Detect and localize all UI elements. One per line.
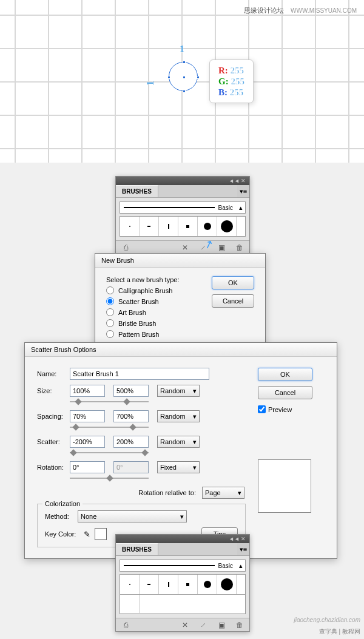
grid-cell: [15, 115, 49, 149]
brush-swatch[interactable]: [120, 575, 140, 594]
rotation-slider[interactable]: [70, 476, 149, 481]
panel-menu-icon[interactable]: ▾≡: [237, 185, 249, 197]
scatter-max-input[interactable]: [113, 436, 149, 448]
scroll-icon[interactable]: ▴: [237, 204, 245, 212]
grid-cell: [15, 49, 49, 82]
grid-cell: [115, 149, 149, 163]
cancel-button[interactable]: Cancel: [258, 386, 312, 399]
brush-swatch[interactable]: [178, 575, 198, 594]
library-icon[interactable]: ⎙: [121, 243, 130, 252]
rotation-mode-select[interactable]: Fixed▾: [157, 461, 200, 473]
grid-cell: [82, 0, 115, 15]
remove-stroke-icon[interactable]: ✕: [180, 243, 190, 252]
grid-cell: [282, 15, 315, 49]
scatter-min-input[interactable]: [70, 436, 105, 448]
brush-swatch[interactable]: [120, 217, 140, 236]
size-slider[interactable]: [70, 399, 149, 404]
rotation-max-input: [113, 461, 149, 473]
radio-pattern[interactable]: [106, 330, 114, 338]
brush-swatch[interactable]: [198, 575, 217, 594]
basic-label: Basic: [218, 205, 233, 211]
scatter-slider[interactable]: [70, 450, 149, 455]
radio-calligraphic[interactable]: [106, 286, 114, 294]
panel-body: Basic ▴: [116, 198, 249, 240]
method-select[interactable]: None▾: [78, 510, 187, 522]
brush-swatch[interactable]: [159, 217, 178, 236]
panel-menu-icon[interactable]: ▾≡: [237, 543, 249, 555]
basic-brush-row[interactable]: Basic ▴: [120, 560, 246, 572]
ok-button[interactable]: OK: [258, 368, 312, 381]
panel-body: Basic ▴: [116, 556, 249, 618]
anchor-point[interactable]: [197, 76, 200, 79]
ok-button[interactable]: OK: [212, 276, 254, 289]
grid-cell: [315, 49, 349, 82]
name-input[interactable]: [70, 368, 209, 380]
new-scatter-swatch[interactable]: [120, 595, 140, 614]
spacing-max-input[interactable]: [113, 410, 149, 422]
tab-brushes[interactable]: BRUSHES: [116, 543, 158, 555]
grid-cell: [82, 82, 115, 115]
grid-cell: [282, 149, 315, 163]
grid-cell: [349, 115, 364, 149]
size-max-input[interactable]: [113, 385, 149, 397]
grid-cell: [149, 149, 182, 163]
preview-checkbox[interactable]: [258, 405, 266, 413]
radio-art[interactable]: [106, 308, 114, 316]
new-brush-icon[interactable]: ▣: [217, 243, 226, 252]
spacing-min-input[interactable]: [70, 410, 105, 422]
brushes-panel-1: ◄◄ ✕ BRUSHES ▾≡ Basic ▴ ⎙ ✕ ⟋ ▣ 🗑 ↗: [115, 176, 250, 254]
size-min-input[interactable]: [70, 385, 105, 397]
cancel-button[interactable]: Cancel: [212, 294, 254, 308]
radio-bristle[interactable]: [106, 319, 114, 327]
library-icon[interactable]: ⎙: [121, 620, 130, 630]
rotation-min-input[interactable]: [70, 461, 105, 473]
close-icon[interactable]: ✕: [240, 178, 247, 184]
grid-cell: [49, 0, 82, 15]
trash-icon[interactable]: 🗑: [235, 243, 244, 252]
new-brush-icon[interactable]: ▣: [217, 620, 226, 630]
radio-label: Calligraphic Brush: [118, 287, 172, 294]
spacing-mode-select[interactable]: Random▾: [157, 410, 200, 422]
collapse-icon[interactable]: ◄◄: [231, 536, 238, 542]
grid-cell: [15, 0, 49, 15]
eyedropper-icon[interactable]: ✎: [84, 530, 95, 539]
selected-circle[interactable]: [169, 62, 198, 91]
size-mode-select[interactable]: Random▾: [157, 385, 200, 397]
grid-cell: [282, 82, 315, 115]
brush-swatch[interactable]: [198, 217, 217, 236]
grid-cell: [82, 115, 115, 149]
keycolor-swatch[interactable]: [95, 528, 107, 540]
radio-scatter[interactable]: [106, 297, 114, 305]
brush-swatch[interactable]: [217, 575, 237, 594]
dimension-label: 1: [180, 44, 184, 55]
options-icon[interactable]: ⟋: [198, 620, 208, 630]
brush-swatch-grid: [120, 216, 246, 237]
brush-swatch[interactable]: [140, 575, 159, 594]
brush-swatch[interactable]: [217, 217, 237, 236]
tab-brushes[interactable]: BRUSHES: [116, 185, 158, 197]
panel-footer: ⎙ ✕ ⟋ ▣ 🗑: [116, 618, 249, 631]
basic-brush-row[interactable]: Basic ▴: [120, 201, 246, 214]
spacing-slider[interactable]: [70, 425, 149, 430]
grid-cell: [15, 149, 49, 163]
collapse-icon[interactable]: ◄◄: [231, 178, 238, 184]
brush-swatch[interactable]: [178, 217, 198, 236]
rotation-rel-select[interactable]: Page▾: [202, 487, 244, 499]
anchor-point[interactable]: [183, 90, 186, 93]
size-label: Size:: [37, 387, 70, 394]
trash-icon[interactable]: 🗑: [235, 620, 244, 630]
rotation-label: Rotation:: [37, 464, 70, 471]
scroll-icon[interactable]: ▴: [237, 562, 245, 570]
close-icon[interactable]: ✕: [240, 536, 247, 542]
grid-cell: [182, 115, 215, 149]
grid-cell: [315, 115, 349, 149]
scatter-mode-select[interactable]: Random▾: [157, 436, 200, 448]
brush-swatch[interactable]: [140, 217, 159, 236]
dialog-body: Name: Size: Random▾ Spacing:: [25, 357, 337, 558]
remove-stroke-icon[interactable]: ✕: [180, 620, 190, 630]
brush-swatch[interactable]: [159, 575, 178, 594]
anchor-point[interactable]: [167, 76, 170, 79]
grid-cell: [0, 149, 15, 163]
anchor-point[interactable]: [183, 76, 186, 79]
anchor-point[interactable]: [183, 61, 186, 64]
